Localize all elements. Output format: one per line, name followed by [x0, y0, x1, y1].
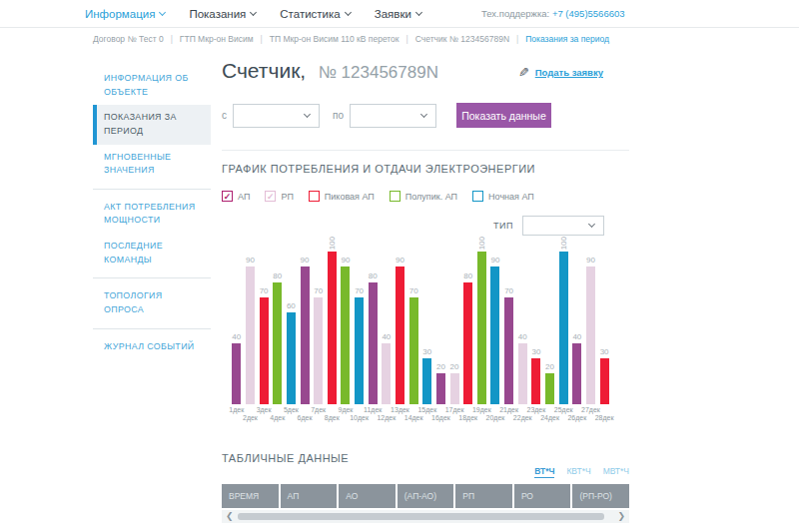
- breadcrumb-item[interactable]: Показания за период: [525, 34, 609, 44]
- legend-item[interactable]: Полупик. АП: [390, 191, 457, 202]
- x-axis-label: 1дек: [230, 406, 244, 426]
- scrollbar-track[interactable]: [238, 513, 614, 520]
- bar-value-label: 40: [518, 332, 527, 341]
- nav-item-label: Статистика: [280, 8, 340, 20]
- bar-value-label: 80: [463, 271, 472, 280]
- nav-item[interactable]: Статистика: [280, 8, 350, 20]
- date-to-label: по: [333, 110, 344, 121]
- sidebar-item[interactable]: ТОПОЛОГИЯ ОПРОСА: [93, 283, 211, 322]
- legend-checkbox[interactable]: ✓: [265, 191, 276, 202]
- bar: [301, 266, 310, 404]
- pencil-icon: ✎: [518, 65, 529, 80]
- bar-value-label: 90: [491, 256, 500, 265]
- nav-item-label: Показания: [189, 8, 246, 20]
- breadcrumb-item: ГТП Мкр-он Висим: [180, 34, 254, 44]
- bar-value-label: 20: [450, 362, 459, 371]
- sidebar-item[interactable]: ПОСЛЕДНИЕ КОМАНДЫ: [93, 234, 211, 272]
- legend-checkbox[interactable]: [390, 191, 400, 202]
- sidebar-divider: [93, 277, 211, 278]
- legend-label: РП: [281, 192, 293, 202]
- unit-tab[interactable]: ВТ*Ч: [534, 466, 554, 478]
- bar-value-label: 70: [260, 286, 269, 295]
- bar-value-label: 80: [273, 271, 282, 280]
- legend-checkbox[interactable]: [309, 191, 320, 202]
- bar: [260, 297, 269, 404]
- submit-request-link[interactable]: ✎ Подать заявку: [518, 65, 603, 80]
- type-select[interactable]: [522, 216, 604, 236]
- sidebar-item[interactable]: АКТ ПОТРЕБЛЕНИЯ МОЩНОСТИ: [93, 195, 211, 234]
- bar-group: 40: [515, 237, 529, 404]
- scroll-left-icon[interactable]: ❮: [226, 510, 234, 523]
- bar-group: 90: [488, 237, 502, 404]
- date-to-select[interactable]: [350, 104, 436, 128]
- legend-checkbox[interactable]: [472, 191, 483, 202]
- x-axis-label: 28дек: [597, 414, 611, 434]
- bar-group: 20: [543, 237, 557, 404]
- bar-group: 70: [312, 237, 326, 404]
- table-header-cell: АО: [339, 484, 396, 508]
- sidebar-menu: ИНФОРМАЦИЯ ОБ ОБЪЕКТЕПОКАЗАНИЯ ЗА ПЕРИОД…: [93, 66, 211, 359]
- bar: [341, 266, 350, 404]
- bar-group: 90: [339, 237, 353, 404]
- scrollbar-thumb[interactable]: [238, 513, 604, 520]
- unit-tab[interactable]: МВТ*Ч: [603, 466, 629, 478]
- chevron-down-icon: [415, 9, 422, 16]
- sidebar-item[interactable]: ПОКАЗАНИЯ ЗА ПЕРИОД: [93, 105, 211, 144]
- bar-value-label: 100: [328, 237, 337, 250]
- meter-header: Счетчик, № 123456789N ✎ Подать заявку: [222, 59, 629, 89]
- sidebar-item[interactable]: ИНФОРМАЦИЯ ОБ ОБЪЕКТЕ: [93, 66, 211, 105]
- x-axis-label: 2дек: [244, 414, 258, 434]
- support-phone[interactable]: +7 (495)5566603: [552, 8, 625, 19]
- bar-group: 90: [244, 237, 258, 404]
- nav-item[interactable]: Показания: [189, 8, 256, 20]
- sidebar-divider: [93, 328, 211, 329]
- top-navigation: ИнформацияПоказанияСтатистикаЗаявки Тех.…: [0, 0, 799, 28]
- bar: [450, 373, 459, 404]
- bar-value-label: 40: [232, 332, 241, 341]
- bar: [314, 297, 323, 404]
- legend-item[interactable]: ✓РП: [265, 191, 293, 202]
- bar: [463, 282, 472, 404]
- nav-item-label: Заявки: [375, 8, 411, 20]
- breadcrumb-separator: |: [516, 34, 518, 44]
- bar-value-label: 70: [504, 286, 513, 295]
- page-title: Счетчик,: [222, 59, 306, 82]
- bar-value-label: 100: [559, 237, 568, 250]
- legend-item[interactable]: Пиковая АП: [309, 191, 375, 202]
- bar-group: 80: [461, 237, 475, 404]
- legend-item[interactable]: ✓АП: [222, 191, 250, 202]
- sidebar-divider: [93, 189, 211, 190]
- bar-group: 70: [406, 237, 420, 404]
- chevron-down-icon: [159, 9, 166, 16]
- bar: [396, 266, 404, 404]
- sidebar-item[interactable]: ЖУРНАЛ СОБЫТИЙ: [93, 334, 211, 360]
- unit-tab[interactable]: КВТ*Ч: [566, 466, 590, 478]
- nav-menu: ИнформацияПоказанияСтатистикаЗаявки: [85, 0, 421, 28]
- sidebar-item[interactable]: МГНОВЕННЫЕ ЗНАЧЕНИЯ: [93, 145, 211, 184]
- legend-item[interactable]: Ночная АП: [472, 191, 534, 202]
- bar-value-label: 70: [355, 286, 364, 295]
- table-header-cell: РП: [455, 484, 512, 508]
- scroll-right-icon[interactable]: ❯: [617, 510, 625, 523]
- date-from-select[interactable]: [233, 104, 320, 128]
- bar: [531, 358, 540, 404]
- section-divider: [222, 150, 629, 151]
- legend-checkbox[interactable]: ✓: [222, 191, 233, 202]
- bar-value-label: 90: [341, 256, 350, 265]
- table-header-cell: АП: [281, 484, 338, 508]
- bar: [369, 282, 378, 404]
- legend-label: Ночная АП: [488, 192, 534, 202]
- nav-item[interactable]: Информация: [85, 8, 165, 20]
- table-horizontal-scrollbar: ❮ ❯: [222, 510, 629, 523]
- legend-label: АП: [238, 192, 250, 202]
- nav-item[interactable]: Заявки: [375, 8, 421, 20]
- table-section-title: ТАБЛИЧНЫЕ ДАННЫЕ: [222, 452, 349, 464]
- breadcrumb: Договор № Тест 0|ГТП Мкр-он Висим|ТП Мкр…: [93, 34, 609, 44]
- chevron-down-icon: [304, 110, 311, 117]
- bar-value-label: 80: [369, 271, 378, 280]
- support-label: Тех.поддержка:: [481, 8, 549, 19]
- bar: [246, 266, 255, 404]
- bar-group: 70: [502, 237, 516, 404]
- period-filter: с по Показать данные: [222, 103, 551, 128]
- show-data-button[interactable]: Показать данные: [456, 103, 551, 128]
